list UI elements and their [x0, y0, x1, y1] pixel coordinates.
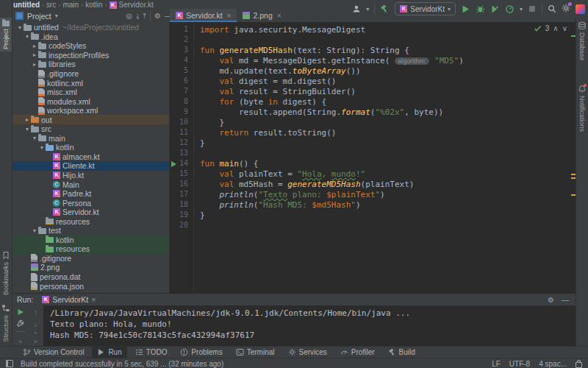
code-line[interactable] — [200, 221, 576, 231]
line-number[interactable]: 11 — [170, 128, 193, 138]
line-number[interactable]: 10 — [170, 118, 193, 128]
code-line[interactable]: val md5Hash = generateMD5Hash(plainText) — [200, 180, 576, 190]
code-line[interactable]: val plainText = "Hola, mundo!" — [200, 169, 576, 180]
tree-row[interactable]: persona.dat — [12, 272, 169, 282]
code-line[interactable] — [200, 35, 576, 46]
status-message[interactable]: Build completed successfully in 5 sec, 6… — [21, 360, 223, 368]
code-line[interactable]: import java.security.MessageDigest — [200, 25, 576, 35]
tree-row[interactable]: resources — [12, 216, 169, 226]
breadcrumb-item[interactable]: untitled — [13, 1, 40, 9]
tool-stripe-notifications[interactable]: Notifications — [576, 82, 588, 134]
tree-row[interactable]: ▾.idea — [12, 32, 169, 42]
line-number[interactable]: 5 — [170, 66, 193, 77]
locate-file-icon[interactable]: ◎ — [126, 12, 132, 20]
toolwindow-button-services[interactable]: Services — [283, 347, 332, 358]
tree-row[interactable]: ▾src — [12, 124, 169, 134]
tree-row[interactable]: misc.xml — [12, 88, 169, 97]
run-gutter-icon[interactable] — [171, 161, 176, 167]
prev-problem-icon[interactable]: ∧ — [553, 24, 558, 32]
line-number[interactable]: 12 — [170, 138, 193, 149]
tree-row[interactable]: KServidor.kt — [12, 208, 169, 217]
chevron-down-icon[interactable]: ▾ — [31, 227, 38, 234]
breadcrumb-item[interactable]: src — [46, 1, 56, 9]
line-number[interactable]: 4 — [170, 56, 193, 66]
code-line[interactable]: val md = MessageDigest.getInstance( algo… — [200, 56, 576, 66]
code-line[interactable]: fun main() { — [200, 159, 576, 169]
project-panel-title[interactable]: Project — [27, 12, 51, 21]
code-line[interactable]: println("Hash MD5: $md5Hash") — [200, 200, 576, 210]
debug-button[interactable] — [476, 4, 485, 14]
code-line[interactable]: for (byte in digest) { — [200, 97, 576, 107]
chevron-right-icon[interactable]: ▸ — [31, 43, 38, 49]
line-number[interactable]: 19 — [170, 210, 193, 221]
tree-row[interactable]: ▾kotlin — [12, 143, 169, 152]
tool-window-switcher-icon[interactable] — [6, 360, 13, 367]
chevron-down-icon[interactable]: ▾ — [24, 33, 31, 40]
tree-row[interactable]: resources — [12, 244, 169, 254]
rerun-button[interactable] — [17, 308, 24, 316]
line-number[interactable]: 8 — [170, 97, 193, 107]
toolwindow-button-problems[interactable]: Problems — [175, 347, 227, 358]
tree-row[interactable]: persona.json — [12, 281, 169, 291]
code-line[interactable]: } — [200, 118, 576, 128]
chevron-down-icon[interactable]: ▾ — [55, 13, 58, 19]
chevron-down-icon[interactable]: ▾ — [366, 6, 369, 13]
code-line[interactable]: fun generateMD5Hash(text: String): Strin… — [200, 46, 576, 56]
tree-row[interactable]: ▾untitled~/IdeaProjects/untitled — [12, 23, 169, 32]
tree-row[interactable]: KHijo.kt — [12, 171, 169, 180]
down-stack-trace-icon[interactable]: ↓ — [34, 320, 37, 328]
gear-icon[interactable]: ⚙ — [154, 12, 161, 20]
close-icon[interactable]: × — [227, 12, 232, 20]
search-everywhere-button[interactable] — [548, 4, 556, 13]
chevron-right-icon[interactable]: ▸ — [31, 61, 38, 68]
code-line[interactable]: val result = StringBuilder() — [200, 87, 576, 97]
tree-row[interactable]: kotlin — [12, 236, 169, 245]
line-ending-widget[interactable]: LF — [492, 360, 501, 368]
tree-row[interactable]: KCliente.kt — [12, 161, 169, 171]
tool-stripe-project[interactable]: Project — [0, 18, 12, 52]
up-stack-trace-icon[interactable]: ↑ — [34, 308, 37, 316]
line-number[interactable]: 17 — [170, 190, 193, 200]
close-icon[interactable]: × — [91, 295, 96, 304]
soft-wrap-icon[interactable] — [32, 332, 40, 334]
profiler-button[interactable] — [505, 4, 514, 14]
chevron-down-icon[interactable]: ▾ — [31, 135, 38, 141]
line-number[interactable]: 2 — [170, 35, 193, 46]
tree-row[interactable]: .gitignore — [12, 69, 169, 79]
line-number[interactable]: 3 — [170, 46, 193, 56]
close-icon[interactable]: × — [277, 12, 282, 20]
chevron-down-icon[interactable]: ▾ — [16, 24, 24, 31]
chevron-down-icon[interactable]: ▾ — [38, 144, 46, 151]
line-number[interactable]: 20 — [170, 221, 193, 231]
tree-row[interactable]: ▸inspectionProfiles — [12, 51, 169, 60]
breadcrumb-item[interactable]: KServidor.kt — [110, 1, 154, 9]
user-menu-button[interactable] — [352, 4, 361, 13]
stop-button[interactable] — [528, 4, 537, 13]
line-number[interactable]: 14 — [170, 159, 193, 169]
line-number[interactable]: 18 — [170, 200, 193, 210]
tree-row[interactable]: Kalmacen.kt — [12, 152, 169, 162]
toolwindow-button-version-control[interactable]: Version Control — [18, 347, 89, 358]
code-line[interactable] — [200, 149, 576, 159]
chevron-right-icon[interactable]: ▸ — [31, 52, 38, 58]
tree-row[interactable]: ▸out — [12, 115, 169, 124]
line-number[interactable]: 16 — [170, 180, 193, 190]
tree-row[interactable]: .gitignore — [12, 254, 169, 263]
line-number[interactable]: 7 — [170, 87, 193, 97]
chevron-down-icon[interactable]: ▾ — [24, 126, 31, 132]
indent-widget[interactable]: 4 spac... — [539, 360, 567, 368]
toolwindow-button-todo[interactable]: TODO — [130, 347, 173, 358]
line-number[interactable]: 9 — [170, 107, 193, 118]
run-tab[interactable]: K ServidorKt × — [39, 294, 98, 305]
code-line[interactable]: md.update(text.toByteArray()) — [200, 66, 576, 77]
build-project-button[interactable] — [380, 4, 390, 14]
settings-button[interactable] — [562, 4, 570, 14]
line-number[interactable]: 13 — [170, 149, 193, 159]
chevron-right-icon[interactable]: ▸ — [24, 116, 31, 123]
editor-code-area[interactable]: import java.security.MessageDigestfun ge… — [194, 22, 576, 293]
toolwindow-button-profiler[interactable]: Profiler — [335, 347, 380, 358]
inspection-widget[interactable]: 3 ∧ ∨ — [534, 24, 567, 32]
line-number[interactable]: 1 — [170, 25, 193, 35]
code-line[interactable]: println("Texto plano: $plainText") — [200, 190, 576, 200]
tree-row[interactable]: CMain — [12, 180, 169, 189]
